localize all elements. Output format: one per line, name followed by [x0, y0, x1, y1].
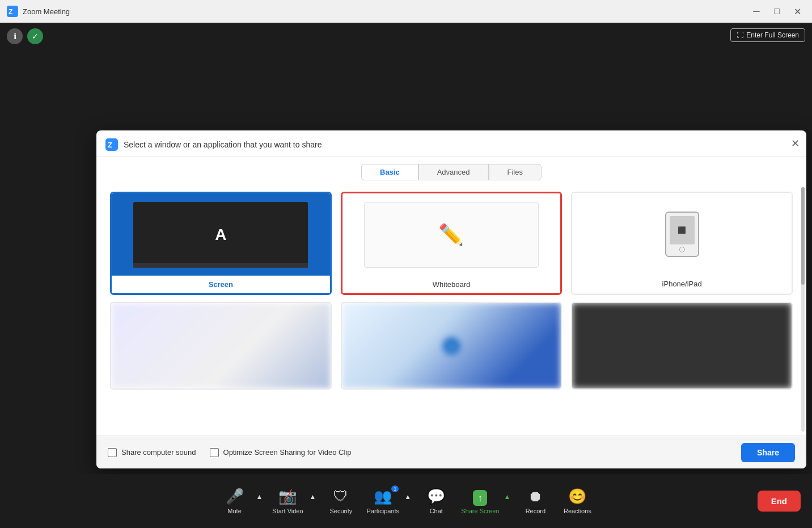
minimize-button[interactable]: ─: [748, 3, 764, 19]
sharescreen-label: Share Screen: [461, 508, 499, 514]
fullscreen-button[interactable]: ⛶ Enter Full Screen: [730, 28, 805, 42]
shield-badge-icon[interactable]: ✓: [27, 28, 43, 44]
blurred-window-1[interactable]: [110, 302, 332, 390]
screen-label: Screen: [112, 276, 330, 293]
end-button[interactable]: End: [758, 491, 801, 512]
tabs-row: Basic Advanced Files: [96, 157, 806, 185]
video-group: 📷╱ Start Video ▲: [268, 484, 318, 518]
blurred-window-3[interactable]: [571, 302, 793, 390]
video-label: Start Video: [272, 508, 303, 514]
mute-icon: 🎤: [226, 488, 244, 505]
optimize-checkbox-box[interactable]: [210, 448, 219, 457]
mute-arrow[interactable]: ▲: [254, 493, 265, 501]
scrollbar-thumb: [801, 187, 805, 285]
toolbar: 🎤 Mute ▲ 📷╱ Start Video ▲ 🛡 Security 👥 1…: [0, 474, 812, 528]
ipad-preview: ⬛: [572, 193, 792, 275]
participants-arrow[interactable]: ▲: [402, 493, 413, 501]
ipad-label: iPhone/iPad: [572, 275, 792, 293]
participants-badge: 1: [391, 485, 399, 492]
whiteboard-preview: ✏️: [342, 193, 561, 276]
svg-text:Z: Z: [108, 141, 112, 149]
mute-group: 🎤 Mute ▲: [215, 484, 265, 518]
dialog-logo: Z: [105, 138, 118, 151]
sharescreen-icon: ↑: [473, 488, 487, 505]
security-label: Security: [329, 508, 352, 514]
chat-button[interactable]: 💬 Chat: [417, 484, 455, 518]
fullscreen-icon: ⛶: [737, 31, 743, 39]
record-label: Record: [526, 508, 545, 514]
participants-label: Participants: [367, 508, 399, 514]
record-icon: ⏺: [528, 488, 543, 505]
dialog-footer: Share computer sound Optimize Screen Sha…: [96, 436, 806, 468]
mute-label: Mute: [227, 508, 241, 514]
title-bar: Z Zoom Meeting ─ □ ✕: [0, 0, 812, 23]
tab-basic[interactable]: Basic: [361, 164, 418, 180]
sharescreen-group: ↑ Share Screen ▲: [459, 484, 513, 518]
window-controls: ─ □ ✕: [748, 3, 805, 19]
tab-advanced[interactable]: Advanced: [418, 164, 489, 180]
chat-icon: 💬: [427, 488, 445, 505]
chat-label: Chat: [430, 508, 443, 514]
share-dialog: Z Select a window or an application that…: [96, 130, 806, 468]
video-arrow[interactable]: ▲: [307, 493, 318, 501]
dialog-title-text: Select a window or an application that y…: [124, 140, 322, 149]
zoom-logo: Z: [7, 6, 18, 17]
blurred-windows-row: ●: [96, 302, 806, 390]
blurred-window-2[interactable]: ●: [341, 302, 563, 390]
share-sound-label: Share computer sound: [121, 448, 196, 457]
info-icon[interactable]: ℹ: [7, 28, 23, 44]
record-button[interactable]: ⏺ Record: [516, 484, 555, 518]
video-button[interactable]: 📷╱ Start Video: [268, 484, 307, 518]
screen-preview: A: [112, 193, 330, 276]
participants-icon: 👥: [374, 488, 392, 505]
dialog-close-button[interactable]: ✕: [791, 137, 800, 150]
share-item-whiteboard[interactable]: ✏️ Whiteboard: [341, 192, 563, 295]
reactions-label: Reactions: [564, 508, 591, 514]
share-sound-checkbox[interactable]: Share computer sound: [108, 448, 196, 457]
share-item-ipad[interactable]: ⬛ iPhone/iPad: [571, 192, 793, 295]
reactions-button[interactable]: 😊 Reactions: [558, 484, 597, 518]
optimize-label: Optimize Screen Sharing for Video Clip: [223, 448, 352, 457]
participants-button[interactable]: 👥 1 Participants: [363, 484, 402, 518]
tab-files[interactable]: Files: [489, 164, 542, 180]
dialog-header: Z Select a window or an application that…: [96, 130, 806, 157]
optimize-checkbox[interactable]: Optimize Screen Sharing for Video Clip: [210, 448, 352, 457]
reactions-icon: 😊: [568, 488, 586, 505]
close-button[interactable]: ✕: [789, 3, 805, 19]
whiteboard-label: Whiteboard: [342, 276, 561, 293]
svg-text:Z: Z: [9, 8, 12, 16]
whiteboard-pencil-icon: ✏️: [438, 223, 464, 247]
participants-group: 👥 1 Participants ▲: [363, 484, 413, 518]
window-title: Zoom Meeting: [23, 7, 748, 16]
security-button[interactable]: 🛡 Security: [322, 484, 360, 518]
sharescreen-arrow[interactable]: ▲: [502, 493, 513, 501]
sound-checkbox-box[interactable]: [108, 448, 117, 457]
share-grid: A Screen ✏️ Whiteboard: [96, 185, 806, 302]
share-button[interactable]: Share: [741, 443, 795, 462]
security-icon: 🛡: [333, 488, 348, 505]
sharescreen-button[interactable]: ↑ Share Screen: [459, 484, 501, 518]
share-item-screen[interactable]: A Screen: [110, 192, 332, 295]
top-icons: ℹ ✓: [7, 28, 43, 44]
main-area: Z Select a window or an application that…: [0, 23, 812, 474]
fullscreen-label: Enter Full Screen: [746, 31, 799, 39]
maximize-button[interactable]: □: [769, 3, 785, 19]
mute-button[interactable]: 🎤 Mute: [215, 484, 254, 518]
dialog-scrollbar[interactable]: [801, 187, 805, 432]
video-icon: 📷╱: [278, 488, 297, 505]
